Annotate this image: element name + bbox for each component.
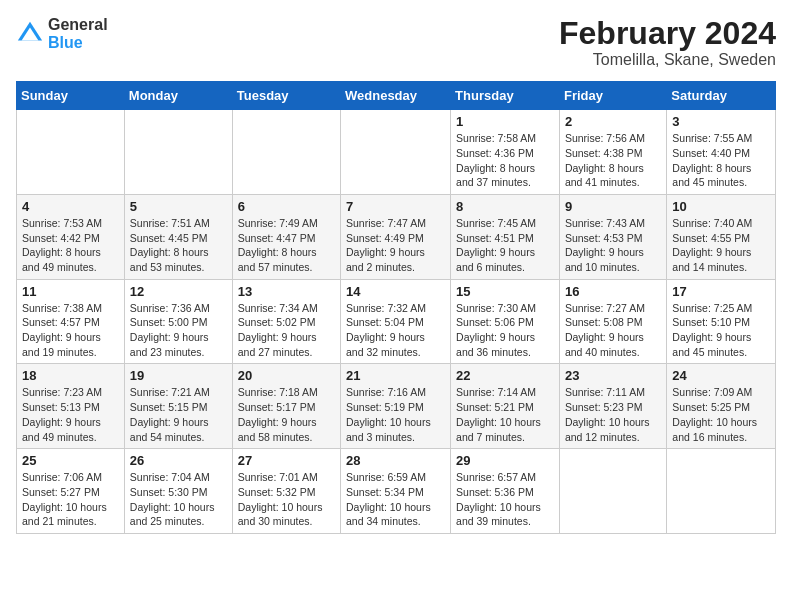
calendar-cell: 1Sunrise: 7:58 AMSunset: 4:36 PMDaylight… [451,110,560,195]
calendar-week-row: 25Sunrise: 7:06 AMSunset: 5:27 PMDayligh… [17,449,776,534]
logo-text: General Blue [48,16,108,51]
day-detail: Sunrise: 7:21 AMSunset: 5:15 PMDaylight:… [130,385,227,444]
page-title: February 2024 [559,16,776,51]
day-detail: Sunrise: 7:58 AMSunset: 4:36 PMDaylight:… [456,131,554,190]
calendar-cell: 4Sunrise: 7:53 AMSunset: 4:42 PMDaylight… [17,194,125,279]
day-number: 21 [346,368,445,383]
day-detail: Sunrise: 7:27 AMSunset: 5:08 PMDaylight:… [565,301,661,360]
day-detail: Sunrise: 6:59 AMSunset: 5:34 PMDaylight:… [346,470,445,529]
day-detail: Sunrise: 7:32 AMSunset: 5:04 PMDaylight:… [346,301,445,360]
calendar-week-row: 4Sunrise: 7:53 AMSunset: 4:42 PMDaylight… [17,194,776,279]
calendar-cell [232,110,340,195]
day-detail: Sunrise: 7:45 AMSunset: 4:51 PMDaylight:… [456,216,554,275]
day-number: 27 [238,453,335,468]
calendar-cell: 8Sunrise: 7:45 AMSunset: 4:51 PMDaylight… [451,194,560,279]
day-number: 12 [130,284,227,299]
day-detail: Sunrise: 6:57 AMSunset: 5:36 PMDaylight:… [456,470,554,529]
calendar-cell: 3Sunrise: 7:55 AMSunset: 4:40 PMDaylight… [667,110,776,195]
calendar-cell: 15Sunrise: 7:30 AMSunset: 5:06 PMDayligh… [451,279,560,364]
day-number: 17 [672,284,770,299]
calendar-cell [341,110,451,195]
day-detail: Sunrise: 7:11 AMSunset: 5:23 PMDaylight:… [565,385,661,444]
day-detail: Sunrise: 7:06 AMSunset: 5:27 PMDaylight:… [22,470,119,529]
calendar-cell [559,449,666,534]
day-number: 10 [672,199,770,214]
day-number: 16 [565,284,661,299]
calendar-day-header: Sunday [17,82,125,110]
calendar-day-header: Friday [559,82,666,110]
day-number: 23 [565,368,661,383]
calendar-cell: 25Sunrise: 7:06 AMSunset: 5:27 PMDayligh… [17,449,125,534]
day-number: 15 [456,284,554,299]
day-number: 26 [130,453,227,468]
calendar-cell: 10Sunrise: 7:40 AMSunset: 4:55 PMDayligh… [667,194,776,279]
day-number: 19 [130,368,227,383]
page-subtitle: Tomelilla, Skane, Sweden [559,51,776,69]
day-detail: Sunrise: 7:09 AMSunset: 5:25 PMDaylight:… [672,385,770,444]
calendar-header-row: SundayMondayTuesdayWednesdayThursdayFrid… [17,82,776,110]
day-number: 11 [22,284,119,299]
calendar-cell [667,449,776,534]
day-number: 13 [238,284,335,299]
calendar-cell: 20Sunrise: 7:18 AMSunset: 5:17 PMDayligh… [232,364,340,449]
logo: General Blue [16,16,108,51]
calendar-cell: 28Sunrise: 6:59 AMSunset: 5:34 PMDayligh… [341,449,451,534]
calendar-cell: 5Sunrise: 7:51 AMSunset: 4:45 PMDaylight… [124,194,232,279]
calendar-table: SundayMondayTuesdayWednesdayThursdayFrid… [16,81,776,534]
day-detail: Sunrise: 7:53 AMSunset: 4:42 PMDaylight:… [22,216,119,275]
day-number: 2 [565,114,661,129]
calendar-cell: 21Sunrise: 7:16 AMSunset: 5:19 PMDayligh… [341,364,451,449]
day-detail: Sunrise: 7:56 AMSunset: 4:38 PMDaylight:… [565,131,661,190]
page-header: General Blue February 2024 Tomelilla, Sk… [16,16,776,69]
day-detail: Sunrise: 7:18 AMSunset: 5:17 PMDaylight:… [238,385,335,444]
calendar-cell: 11Sunrise: 7:38 AMSunset: 4:57 PMDayligh… [17,279,125,364]
calendar-cell: 24Sunrise: 7:09 AMSunset: 5:25 PMDayligh… [667,364,776,449]
calendar-cell: 29Sunrise: 6:57 AMSunset: 5:36 PMDayligh… [451,449,560,534]
calendar-day-header: Monday [124,82,232,110]
calendar-week-row: 11Sunrise: 7:38 AMSunset: 4:57 PMDayligh… [17,279,776,364]
day-number: 22 [456,368,554,383]
day-number: 14 [346,284,445,299]
logo-icon [16,20,44,48]
day-detail: Sunrise: 7:04 AMSunset: 5:30 PMDaylight:… [130,470,227,529]
day-detail: Sunrise: 7:23 AMSunset: 5:13 PMDaylight:… [22,385,119,444]
day-detail: Sunrise: 7:30 AMSunset: 5:06 PMDaylight:… [456,301,554,360]
calendar-week-row: 1Sunrise: 7:58 AMSunset: 4:36 PMDaylight… [17,110,776,195]
day-detail: Sunrise: 7:40 AMSunset: 4:55 PMDaylight:… [672,216,770,275]
day-number: 9 [565,199,661,214]
day-detail: Sunrise: 7:36 AMSunset: 5:00 PMDaylight:… [130,301,227,360]
calendar-cell: 12Sunrise: 7:36 AMSunset: 5:00 PMDayligh… [124,279,232,364]
calendar-cell: 19Sunrise: 7:21 AMSunset: 5:15 PMDayligh… [124,364,232,449]
day-number: 24 [672,368,770,383]
calendar-cell: 9Sunrise: 7:43 AMSunset: 4:53 PMDaylight… [559,194,666,279]
calendar-cell [124,110,232,195]
calendar-cell: 16Sunrise: 7:27 AMSunset: 5:08 PMDayligh… [559,279,666,364]
calendar-cell: 23Sunrise: 7:11 AMSunset: 5:23 PMDayligh… [559,364,666,449]
day-number: 5 [130,199,227,214]
day-number: 3 [672,114,770,129]
day-number: 7 [346,199,445,214]
day-detail: Sunrise: 7:34 AMSunset: 5:02 PMDaylight:… [238,301,335,360]
logo-general-text: General [48,16,108,34]
calendar-cell: 13Sunrise: 7:34 AMSunset: 5:02 PMDayligh… [232,279,340,364]
calendar-cell: 14Sunrise: 7:32 AMSunset: 5:04 PMDayligh… [341,279,451,364]
title-block: February 2024 Tomelilla, Skane, Sweden [559,16,776,69]
day-number: 20 [238,368,335,383]
calendar-cell: 2Sunrise: 7:56 AMSunset: 4:38 PMDaylight… [559,110,666,195]
day-detail: Sunrise: 7:43 AMSunset: 4:53 PMDaylight:… [565,216,661,275]
day-number: 28 [346,453,445,468]
calendar-cell: 7Sunrise: 7:47 AMSunset: 4:49 PMDaylight… [341,194,451,279]
calendar-day-header: Tuesday [232,82,340,110]
calendar-day-header: Thursday [451,82,560,110]
calendar-cell: 26Sunrise: 7:04 AMSunset: 5:30 PMDayligh… [124,449,232,534]
day-detail: Sunrise: 7:25 AMSunset: 5:10 PMDaylight:… [672,301,770,360]
day-detail: Sunrise: 7:47 AMSunset: 4:49 PMDaylight:… [346,216,445,275]
day-number: 8 [456,199,554,214]
calendar-cell: 6Sunrise: 7:49 AMSunset: 4:47 PMDaylight… [232,194,340,279]
day-detail: Sunrise: 7:14 AMSunset: 5:21 PMDaylight:… [456,385,554,444]
day-number: 29 [456,453,554,468]
day-detail: Sunrise: 7:49 AMSunset: 4:47 PMDaylight:… [238,216,335,275]
day-number: 25 [22,453,119,468]
calendar-day-header: Saturday [667,82,776,110]
day-number: 4 [22,199,119,214]
